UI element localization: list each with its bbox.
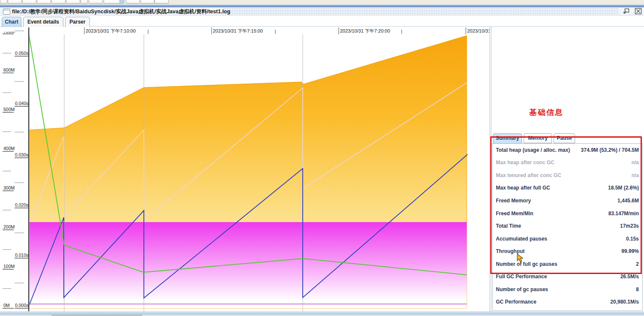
memory-label: 500M [3, 107, 15, 112]
summary-row: Full GC Performance26.5M/s [493, 270, 642, 283]
summary-value: 18.5M (2.6%) [608, 185, 639, 191]
toolbar-button[interactable] [51, 0, 66, 4]
summary-label: Freed Mem/Min [496, 211, 533, 217]
toolbar-button[interactable] [37, 0, 51, 4]
window-title: file:/D:/教学/同步课程资料/BaiduSyncdisk/实战Java虚… [12, 8, 230, 15]
summary-label: Full GC Performance [496, 274, 547, 280]
summary-row: Number of gc pauses8 [493, 283, 642, 296]
time-label: 0.030s [15, 152, 29, 157]
summary-value: 20,980.1M/s [610, 299, 639, 305]
time-label: 0.000s [15, 303, 29, 308]
tab-summary[interactable]: Summary [493, 133, 522, 144]
memory-label: 0M [3, 303, 10, 308]
summary-row: GC Performance20,980.1M/s [493, 296, 642, 309]
main-tabstrip: Chart Event details Parser [0, 15, 644, 27]
summary-value: 83.147M/min [608, 211, 639, 217]
toolbar-button[interactable] [140, 0, 155, 4]
summary-value: 8 [636, 286, 639, 292]
horizontal-scrollbar[interactable] [0, 312, 644, 315]
summary-value: 26.5M/s [620, 274, 639, 280]
summary-value: n/a [632, 172, 639, 178]
time-ticks [15, 56, 29, 308]
summary-row: Total heap (usage / alloc. max)374.9M (5… [493, 144, 642, 156]
tab-pause[interactable]: Pause [554, 133, 575, 143]
summary-label: Max tenured after conc GC [496, 172, 561, 178]
summary-label: Max heap after full GC [496, 185, 550, 191]
summary-row: Max tenured after conc GCn/a [493, 169, 642, 182]
time-label: 0.010s [15, 253, 29, 258]
toolbar-button[interactable] [66, 0, 80, 4]
toolbar-button[interactable] [155, 0, 169, 4]
summary-row: Max heap after full GC18.5M (2.6%) [493, 182, 642, 195]
close-window-icon[interactable] [635, 8, 642, 15]
mouse-cursor-icon [516, 253, 525, 265]
memory-label: 700M [3, 29, 15, 34]
summary-row: Total Time17m23s [493, 220, 642, 232]
gc-chart[interactable]: 2023/10/31 下午7:10:00 2023/10/31 下午7:15:0… [0, 27, 489, 312]
chevron-down-icon[interactable] [119, 0, 124, 3]
summary-row: Accumulated pauses0.15s [493, 232, 642, 245]
summary-label: Number of full gc pauses [496, 261, 557, 267]
memory-label: 100M [3, 264, 15, 269]
toolbar-button[interactable] [126, 0, 140, 4]
date-label: 2023/10/31 下午7:10:00 [86, 28, 136, 33]
toolbar-button[interactable] [80, 0, 88, 4]
summary-value: 17m23s [620, 223, 639, 229]
tab-memory[interactable]: Memory [524, 133, 552, 143]
memory-label: 300M [3, 185, 15, 190]
app-toolbar [0, 0, 644, 4]
summary-label: GC Performance [496, 299, 537, 305]
time-label: 0.050s [15, 51, 29, 56]
summary-row: Freed Memory1,445.6M [493, 194, 642, 207]
summary-value: 1,445.6M [617, 198, 639, 204]
annotation-text: 基础信息 [529, 107, 564, 117]
gc-chart-panel[interactable]: 2023/10/31 下午7:10:00 2023/10/31 下午7:15:0… [0, 27, 489, 312]
summary-label: Total Time [496, 223, 521, 229]
summary-value: 0.15s [626, 236, 639, 242]
summary-value: 2 [636, 261, 639, 267]
summary-row: Max heap after conc GCn/a [493, 156, 642, 169]
toolbar-button[interactable] [22, 0, 36, 4]
summary-label: Max heap after conc GC [496, 160, 555, 166]
date-label: 2023/10/31 [467, 28, 489, 33]
titlebar-texture [224, 8, 618, 14]
window-icon [3, 9, 10, 15]
time-label: 0.040s [15, 101, 29, 106]
summary-row: Throughput99.99% [493, 245, 642, 258]
summary-label: Number of gc pauses [496, 286, 548, 292]
date-label: 2023/10/31 下午7:15:00 [213, 28, 263, 33]
window-titlebar[interactable]: file:/D:/教学/同步课程资料/BaiduSyncdisk/实战Java虚… [0, 7, 644, 15]
date-label: 2023/10/31 下午7:20:00 [340, 28, 390, 33]
tenured-generation-area [29, 222, 467, 308]
restore-window-icon[interactable] [623, 8, 630, 15]
summary-value: 374.9M (53.2%) / 704.5M [581, 147, 639, 153]
summary-label: Freed Memory [496, 198, 531, 204]
memory-half-ticks [3, 53, 11, 289]
toolbar-button[interactable] [8, 0, 22, 4]
tab-event-details[interactable]: Event details [23, 17, 63, 27]
toolbar-button[interactable] [0, 0, 7, 4]
tab-parser[interactable]: Parser [65, 17, 90, 27]
toolbar-zoom-combobox[interactable] [104, 0, 124, 4]
memory-label: 600M [3, 67, 15, 72]
summary-panel: 基础信息 Summary Memory Pause Total heap (us… [492, 27, 644, 312]
summary-label: Accumulated pauses [496, 236, 547, 242]
summary-row: Freed Mem/Min83.147M/min [493, 207, 642, 220]
tab-chart[interactable]: Chart [2, 17, 21, 27]
memory-label: 200M [3, 224, 15, 229]
internal-frame-border [0, 4, 644, 7]
time-label: 0.020s [15, 202, 29, 208]
summary-value: n/a [632, 160, 639, 166]
toolbar-button[interactable] [89, 0, 103, 4]
memory-label: 400M [3, 146, 15, 151]
summary-value: 99.99% [621, 248, 639, 254]
summary-table: Total heap (usage / alloc. max)374.9M (5… [492, 143, 643, 311]
summary-row: Number of full gc pauses2 [493, 258, 642, 271]
summary-label: Total heap (usage / alloc. max) [496, 147, 570, 153]
